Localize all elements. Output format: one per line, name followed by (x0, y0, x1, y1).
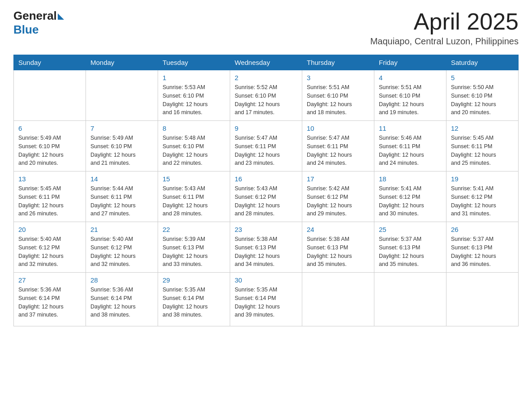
title-block: April 2025 Maquiapo, Central Luzon, Phil… (370, 9, 519, 47)
day-number: 16 (235, 175, 297, 183)
calendar-cell: 25Sunrise: 5:37 AM Sunset: 6:13 PM Dayli… (374, 222, 446, 273)
day-info: Sunrise: 5:48 AM Sunset: 6:10 PM Dayligh… (163, 134, 225, 167)
calendar-cell: 4Sunrise: 5:51 AM Sunset: 6:10 PM Daylig… (374, 70, 446, 121)
week-row-5: 27Sunrise: 5:36 AM Sunset: 6:14 PM Dayli… (14, 273, 519, 326)
weekday-header-row: SundayMondayTuesdayWednesdayThursdayFrid… (14, 55, 519, 70)
day-info: Sunrise: 5:41 AM Sunset: 6:12 PM Dayligh… (451, 184, 514, 218)
calendar-cell (374, 273, 446, 326)
logo-triangle-icon (58, 13, 64, 20)
calendar-cell: 17Sunrise: 5:42 AM Sunset: 6:12 PM Dayli… (302, 171, 374, 222)
day-number: 6 (18, 124, 81, 132)
calendar-cell: 22Sunrise: 5:39 AM Sunset: 6:13 PM Dayli… (158, 222, 230, 273)
day-number: 22 (163, 226, 225, 233)
day-number: 13 (18, 175, 81, 183)
day-number: 18 (379, 175, 442, 183)
day-number: 12 (451, 124, 514, 132)
day-info: Sunrise: 5:45 AM Sunset: 6:11 PM Dayligh… (18, 184, 81, 218)
logo: General Blue (13, 9, 64, 37)
day-number: 29 (163, 276, 225, 284)
day-number: 17 (307, 175, 369, 183)
calendar-cell: 7Sunrise: 5:49 AM Sunset: 6:10 PM Daylig… (86, 121, 158, 171)
day-info: Sunrise: 5:51 AM Sunset: 6:10 PM Dayligh… (379, 83, 442, 117)
week-row-2: 6Sunrise: 5:49 AM Sunset: 6:10 PM Daylig… (14, 121, 519, 171)
day-info: Sunrise: 5:36 AM Sunset: 6:14 PM Dayligh… (18, 286, 81, 319)
calendar-cell: 23Sunrise: 5:38 AM Sunset: 6:13 PM Dayli… (230, 222, 302, 273)
calendar-cell: 6Sunrise: 5:49 AM Sunset: 6:10 PM Daylig… (14, 121, 86, 171)
day-info: Sunrise: 5:43 AM Sunset: 6:11 PM Dayligh… (163, 184, 225, 218)
day-number: 15 (163, 175, 225, 183)
weekday-header-saturday: Saturday (446, 55, 519, 70)
calendar-cell: 19Sunrise: 5:41 AM Sunset: 6:12 PM Dayli… (446, 171, 519, 222)
day-info: Sunrise: 5:35 AM Sunset: 6:14 PM Dayligh… (163, 286, 225, 319)
day-number: 2 (235, 74, 297, 81)
calendar-cell: 12Sunrise: 5:45 AM Sunset: 6:11 PM Dayli… (446, 121, 519, 171)
weekday-header-friday: Friday (374, 55, 446, 70)
logo-general: General (13, 9, 57, 23)
day-number: 5 (451, 74, 514, 81)
calendar-cell: 3Sunrise: 5:51 AM Sunset: 6:10 PM Daylig… (302, 70, 374, 121)
calendar-table: SundayMondayTuesdayWednesdayThursdayFrid… (13, 55, 519, 326)
day-number: 24 (307, 226, 369, 233)
day-info: Sunrise: 5:39 AM Sunset: 6:13 PM Dayligh… (163, 235, 225, 269)
day-number: 4 (379, 74, 442, 81)
calendar-cell: 16Sunrise: 5:43 AM Sunset: 6:12 PM Dayli… (230, 171, 302, 222)
day-number: 26 (451, 226, 514, 233)
day-info: Sunrise: 5:35 AM Sunset: 6:14 PM Dayligh… (235, 286, 297, 319)
calendar-cell (86, 70, 158, 121)
day-number: 19 (451, 175, 514, 183)
calendar-cell: 14Sunrise: 5:44 AM Sunset: 6:11 PM Dayli… (86, 171, 158, 222)
month-title: April 2025 (370, 9, 519, 34)
day-number: 14 (90, 175, 153, 183)
day-number: 10 (307, 124, 369, 132)
calendar-cell: 5Sunrise: 5:50 AM Sunset: 6:10 PM Daylig… (446, 70, 519, 121)
day-info: Sunrise: 5:47 AM Sunset: 6:11 PM Dayligh… (235, 134, 297, 167)
location-title: Maquiapo, Central Luzon, Philippines (370, 36, 519, 47)
page-header: General Blue April 2025 Maquiapo, Centra… (13, 9, 519, 47)
day-number: 11 (379, 124, 442, 132)
calendar-cell: 21Sunrise: 5:40 AM Sunset: 6:12 PM Dayli… (86, 222, 158, 273)
calendar-cell (302, 273, 374, 326)
day-info: Sunrise: 5:45 AM Sunset: 6:11 PM Dayligh… (451, 134, 514, 167)
day-number: 3 (307, 74, 369, 81)
day-info: Sunrise: 5:44 AM Sunset: 6:11 PM Dayligh… (90, 184, 153, 218)
week-row-3: 13Sunrise: 5:45 AM Sunset: 6:11 PM Dayli… (14, 171, 519, 222)
day-number: 1 (163, 74, 225, 81)
calendar-cell: 8Sunrise: 5:48 AM Sunset: 6:10 PM Daylig… (158, 121, 230, 171)
day-info: Sunrise: 5:50 AM Sunset: 6:10 PM Dayligh… (451, 83, 514, 117)
day-info: Sunrise: 5:36 AM Sunset: 6:14 PM Dayligh… (90, 286, 153, 319)
day-info: Sunrise: 5:37 AM Sunset: 6:13 PM Dayligh… (379, 235, 442, 269)
day-number: 25 (379, 226, 442, 233)
calendar-cell: 27Sunrise: 5:36 AM Sunset: 6:14 PM Dayli… (14, 273, 86, 326)
day-info: Sunrise: 5:40 AM Sunset: 6:12 PM Dayligh… (90, 235, 153, 269)
calendar-cell: 2Sunrise: 5:52 AM Sunset: 6:10 PM Daylig… (230, 70, 302, 121)
day-info: Sunrise: 5:41 AM Sunset: 6:12 PM Dayligh… (379, 184, 442, 218)
weekday-header-wednesday: Wednesday (230, 55, 302, 70)
calendar-cell: 15Sunrise: 5:43 AM Sunset: 6:11 PM Dayli… (158, 171, 230, 222)
calendar-cell: 30Sunrise: 5:35 AM Sunset: 6:14 PM Dayli… (230, 273, 302, 326)
day-number: 20 (18, 226, 81, 233)
day-number: 23 (235, 226, 297, 233)
weekday-header-tuesday: Tuesday (158, 55, 230, 70)
day-info: Sunrise: 5:40 AM Sunset: 6:12 PM Dayligh… (18, 235, 81, 269)
week-row-4: 20Sunrise: 5:40 AM Sunset: 6:12 PM Dayli… (14, 222, 519, 273)
day-number: 30 (235, 276, 297, 284)
day-info: Sunrise: 5:42 AM Sunset: 6:12 PM Dayligh… (307, 184, 369, 218)
day-info: Sunrise: 5:37 AM Sunset: 6:13 PM Dayligh… (451, 235, 514, 269)
day-info: Sunrise: 5:38 AM Sunset: 6:13 PM Dayligh… (235, 235, 297, 269)
day-info: Sunrise: 5:46 AM Sunset: 6:11 PM Dayligh… (379, 134, 442, 167)
calendar-cell: 10Sunrise: 5:47 AM Sunset: 6:11 PM Dayli… (302, 121, 374, 171)
calendar-cell: 1Sunrise: 5:53 AM Sunset: 6:10 PM Daylig… (158, 70, 230, 121)
day-number: 28 (90, 276, 153, 284)
day-info: Sunrise: 5:49 AM Sunset: 6:10 PM Dayligh… (90, 134, 153, 167)
calendar-cell (14, 70, 86, 121)
calendar-cell: 11Sunrise: 5:46 AM Sunset: 6:11 PM Dayli… (374, 121, 446, 171)
day-number: 21 (90, 226, 153, 233)
day-info: Sunrise: 5:52 AM Sunset: 6:10 PM Dayligh… (235, 83, 297, 117)
calendar-cell (446, 273, 519, 326)
day-info: Sunrise: 5:38 AM Sunset: 6:13 PM Dayligh… (307, 235, 369, 269)
calendar-cell: 13Sunrise: 5:45 AM Sunset: 6:11 PM Dayli… (14, 171, 86, 222)
logo-blue: Blue (13, 23, 39, 37)
day-info: Sunrise: 5:53 AM Sunset: 6:10 PM Dayligh… (163, 83, 225, 117)
calendar-cell: 9Sunrise: 5:47 AM Sunset: 6:11 PM Daylig… (230, 121, 302, 171)
day-info: Sunrise: 5:47 AM Sunset: 6:11 PM Dayligh… (307, 134, 369, 167)
